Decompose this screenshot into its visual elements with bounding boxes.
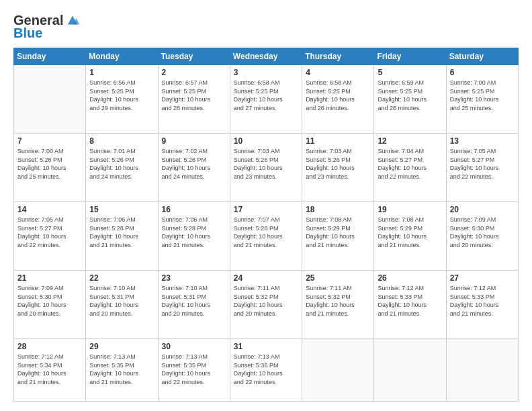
day-number: 5 [378,68,442,77]
day-number: 19 [378,205,442,214]
day-number: 10 [234,136,298,146]
calendar-cell: 21Sunrise: 7:09 AM Sunset: 5:30 PM Dayli… [14,271,86,339]
weekday-header-saturday: Saturday [446,48,518,65]
day-info: Sunrise: 7:03 AM Sunset: 5:26 PM Dayligh… [234,147,298,181]
header: General Blue [13,12,519,41]
calendar-cell: 3Sunrise: 6:58 AM Sunset: 5:25 PM Daylig… [230,65,302,134]
day-number: 13 [450,136,515,146]
day-number: 17 [234,205,298,214]
calendar-cell: 29Sunrise: 7:13 AM Sunset: 5:35 PM Dayli… [86,339,158,402]
logo-icon [64,12,81,28]
day-info: Sunrise: 7:06 AM Sunset: 5:28 PM Dayligh… [162,216,226,249]
calendar-cell [446,339,518,402]
calendar-cell [302,339,374,402]
calendar-cell: 6Sunrise: 7:00 AM Sunset: 5:25 PM Daylig… [446,65,518,134]
calendar-cell: 15Sunrise: 7:06 AM Sunset: 5:28 PM Dayli… [86,202,158,271]
day-info: Sunrise: 6:59 AM Sunset: 5:25 PM Dayligh… [378,79,442,112]
weekday-header-friday: Friday [374,48,446,65]
day-number: 6 [450,68,515,77]
calendar-cell: 5Sunrise: 6:59 AM Sunset: 5:25 PM Daylig… [374,65,446,134]
calendar-cell: 24Sunrise: 7:11 AM Sunset: 5:32 PM Dayli… [230,271,302,339]
day-info: Sunrise: 7:07 AM Sunset: 5:28 PM Dayligh… [234,216,298,249]
calendar-cell: 30Sunrise: 7:13 AM Sunset: 5:35 PM Dayli… [158,339,230,402]
calendar-cell: 28Sunrise: 7:12 AM Sunset: 5:34 PM Dayli… [14,339,86,402]
day-number: 15 [89,205,154,214]
calendar-cell: 27Sunrise: 7:12 AM Sunset: 5:33 PM Dayli… [446,271,518,339]
day-number: 26 [378,273,442,283]
calendar-cell [374,339,446,402]
day-info: Sunrise: 6:56 AM Sunset: 5:25 PM Dayligh… [89,79,154,112]
day-number: 28 [17,342,82,351]
day-info: Sunrise: 6:58 AM Sunset: 5:25 PM Dayligh… [234,79,298,112]
day-number: 22 [89,273,154,283]
day-number: 21 [17,273,82,283]
day-number: 3 [234,68,298,77]
calendar-cell: 23Sunrise: 7:10 AM Sunset: 5:31 PM Dayli… [158,271,230,339]
day-number: 7 [17,136,82,146]
day-number: 20 [450,205,515,214]
day-info: Sunrise: 6:58 AM Sunset: 5:25 PM Dayligh… [306,79,370,112]
calendar-cell [14,65,86,134]
day-info: Sunrise: 7:12 AM Sunset: 5:33 PM Dayligh… [450,284,515,318]
calendar-cell: 22Sunrise: 7:10 AM Sunset: 5:31 PM Dayli… [86,271,158,339]
weekday-header-row: SundayMondayTuesdayWednesdayThursdayFrid… [14,48,519,65]
calendar-cell: 13Sunrise: 7:05 AM Sunset: 5:27 PM Dayli… [446,134,518,202]
weekday-header-wednesday: Wednesday [230,48,302,65]
day-info: Sunrise: 6:57 AM Sunset: 5:25 PM Dayligh… [162,79,226,112]
calendar-cell: 25Sunrise: 7:11 AM Sunset: 5:32 PM Dayli… [302,271,374,339]
logo: General Blue [13,12,81,41]
day-info: Sunrise: 7:13 AM Sunset: 5:35 PM Dayligh… [89,353,154,386]
calendar-cell: 18Sunrise: 7:08 AM Sunset: 5:29 PM Dayli… [302,202,374,271]
calendar-cell: 31Sunrise: 7:13 AM Sunset: 5:36 PM Dayli… [230,339,302,402]
day-number: 18 [306,205,370,214]
day-number: 27 [450,273,515,283]
day-info: Sunrise: 7:12 AM Sunset: 5:34 PM Dayligh… [17,353,82,386]
day-number: 2 [162,68,226,77]
day-info: Sunrise: 7:09 AM Sunset: 5:30 PM Dayligh… [450,216,515,249]
day-number: 11 [306,136,370,146]
day-info: Sunrise: 7:11 AM Sunset: 5:32 PM Dayligh… [306,284,370,318]
day-number: 1 [89,68,154,77]
calendar-cell: 19Sunrise: 7:08 AM Sunset: 5:29 PM Dayli… [374,202,446,271]
day-number: 14 [17,205,82,214]
calendar-cell: 10Sunrise: 7:03 AM Sunset: 5:26 PM Dayli… [230,134,302,202]
day-info: Sunrise: 7:08 AM Sunset: 5:29 PM Dayligh… [306,216,370,249]
weekday-header-monday: Monday [86,48,158,65]
day-info: Sunrise: 7:08 AM Sunset: 5:29 PM Dayligh… [378,216,442,249]
day-info: Sunrise: 7:11 AM Sunset: 5:32 PM Dayligh… [234,284,298,318]
week-row-4: 21Sunrise: 7:09 AM Sunset: 5:30 PM Dayli… [14,271,519,339]
day-info: Sunrise: 7:03 AM Sunset: 5:26 PM Dayligh… [306,147,370,181]
calendar-cell: 8Sunrise: 7:01 AM Sunset: 5:26 PM Daylig… [86,134,158,202]
day-info: Sunrise: 7:02 AM Sunset: 5:26 PM Dayligh… [162,147,226,181]
calendar-cell: 1Sunrise: 6:56 AM Sunset: 5:25 PM Daylig… [86,65,158,134]
day-info: Sunrise: 7:10 AM Sunset: 5:31 PM Dayligh… [89,284,154,318]
calendar-cell: 20Sunrise: 7:09 AM Sunset: 5:30 PM Dayli… [446,202,518,271]
week-row-2: 7Sunrise: 7:00 AM Sunset: 5:26 PM Daylig… [14,134,519,202]
weekday-header-sunday: Sunday [14,48,86,65]
weekday-header-thursday: Thursday [302,48,374,65]
calendar-cell: 7Sunrise: 7:00 AM Sunset: 5:26 PM Daylig… [14,134,86,202]
week-row-3: 14Sunrise: 7:05 AM Sunset: 5:27 PM Dayli… [14,202,519,271]
calendar-cell: 12Sunrise: 7:04 AM Sunset: 5:27 PM Dayli… [374,134,446,202]
week-row-5: 28Sunrise: 7:12 AM Sunset: 5:34 PM Dayli… [14,339,519,402]
day-number: 9 [162,136,226,146]
day-info: Sunrise: 7:00 AM Sunset: 5:25 PM Dayligh… [450,79,515,112]
calendar-cell: 14Sunrise: 7:05 AM Sunset: 5:27 PM Dayli… [14,202,86,271]
page: General Blue SundayMondayTuesdayWednesda… [0,0,532,411]
day-info: Sunrise: 7:09 AM Sunset: 5:30 PM Dayligh… [17,284,82,318]
day-info: Sunrise: 7:13 AM Sunset: 5:36 PM Dayligh… [234,353,298,386]
day-info: Sunrise: 7:12 AM Sunset: 5:33 PM Dayligh… [378,284,442,318]
calendar-cell: 16Sunrise: 7:06 AM Sunset: 5:28 PM Dayli… [158,202,230,271]
day-number: 30 [162,342,226,351]
calendar-cell: 17Sunrise: 7:07 AM Sunset: 5:28 PM Dayli… [230,202,302,271]
day-info: Sunrise: 7:01 AM Sunset: 5:26 PM Dayligh… [89,147,154,181]
day-number: 12 [378,136,442,146]
day-info: Sunrise: 7:04 AM Sunset: 5:27 PM Dayligh… [378,147,442,181]
day-number: 25 [306,273,370,283]
day-info: Sunrise: 7:00 AM Sunset: 5:26 PM Dayligh… [17,147,82,181]
day-number: 31 [234,342,298,351]
day-info: Sunrise: 7:13 AM Sunset: 5:35 PM Dayligh… [162,353,226,386]
week-row-1: 1Sunrise: 6:56 AM Sunset: 5:25 PM Daylig… [14,65,519,134]
calendar-table: SundayMondayTuesdayWednesdayThursdayFrid… [13,48,519,402]
day-number: 4 [306,68,370,77]
